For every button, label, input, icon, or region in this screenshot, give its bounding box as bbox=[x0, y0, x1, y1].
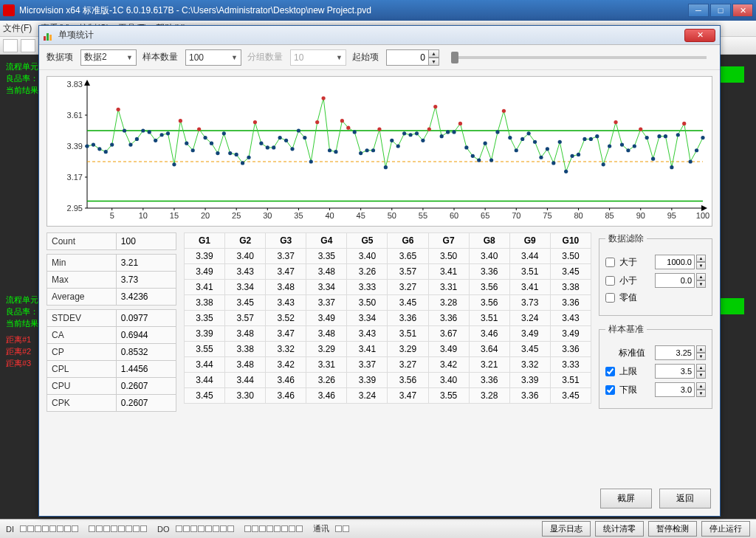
grid-cell: 3.33 bbox=[550, 357, 591, 373]
do-label: DO bbox=[157, 525, 170, 534]
grid-cell: 3.48 bbox=[266, 280, 306, 295]
upper-checkbox[interactable] bbox=[605, 367, 615, 376]
svg-point-118 bbox=[464, 145, 468, 149]
spinner-up-icon[interactable]: ▲ bbox=[696, 382, 706, 390]
legend: 样本基准 bbox=[605, 323, 647, 336]
svg-point-102 bbox=[365, 148, 368, 152]
svg-point-89 bbox=[284, 139, 288, 142]
dialog-close-button[interactable]: ✕ bbox=[684, 29, 715, 42]
svg-point-116 bbox=[452, 130, 456, 134]
svg-point-62 bbox=[117, 108, 120, 111]
col-header: G9 bbox=[509, 233, 550, 249]
grid-cell: 3.37 bbox=[306, 295, 347, 311]
spinner-up-icon[interactable]: ▲ bbox=[696, 255, 706, 262]
spinner-down-icon[interactable]: ▼ bbox=[696, 280, 706, 288]
toolbar-btn-1[interactable] bbox=[3, 39, 18, 52]
spinner-up-icon[interactable]: ▲ bbox=[428, 49, 439, 58]
gt-input[interactable] bbox=[655, 255, 695, 269]
grid-cell: 3.38 bbox=[185, 295, 225, 311]
lower-checkbox[interactable] bbox=[605, 385, 615, 395]
spinner-up-icon[interactable]: ▲ bbox=[696, 273, 706, 280]
svg-point-70 bbox=[166, 131, 170, 135]
stop-run-button[interactable]: 停止运行 bbox=[701, 521, 750, 537]
grid-cell: 3.44 bbox=[185, 373, 225, 388]
zero-checkbox[interactable] bbox=[605, 293, 615, 303]
range-slider[interactable] bbox=[451, 56, 707, 59]
screenshot-button[interactable]: 截屏 bbox=[600, 489, 652, 508]
svg-text:85: 85 bbox=[605, 211, 614, 220]
dialog-title: 单项统计 bbox=[58, 29, 684, 41]
grid-cell: 3.40 bbox=[428, 373, 469, 388]
stats-right: 数据滤除 大于 ▲▼ 小于 ▲▼ 零值 bbox=[599, 232, 712, 497]
grid-cell: 3.39 bbox=[185, 326, 225, 342]
grid-cell: 3.36 bbox=[469, 373, 509, 388]
grid-cell: 3.26 bbox=[347, 264, 388, 280]
di-dots2 bbox=[89, 525, 147, 532]
grid-cell: 3.24 bbox=[347, 388, 388, 404]
svg-point-137 bbox=[583, 137, 586, 141]
svg-point-142 bbox=[614, 120, 617, 124]
maximize-button[interactable]: □ bbox=[710, 4, 731, 17]
cell: Max bbox=[47, 272, 117, 289]
svg-point-130 bbox=[539, 156, 543, 159]
grid-cell: 3.55 bbox=[428, 388, 469, 404]
lt-checkbox[interactable] bbox=[605, 276, 615, 286]
baseline-upper-line: 上限 ▲▼ bbox=[605, 364, 706, 379]
grid-cell: 3.28 bbox=[428, 295, 469, 311]
svg-point-135 bbox=[570, 154, 574, 158]
lower-input[interactable] bbox=[655, 382, 695, 397]
svg-point-68 bbox=[154, 139, 157, 142]
spinner-up-icon[interactable]: ▲ bbox=[696, 345, 706, 353]
start-item-spinner[interactable]: ▲▼ bbox=[386, 49, 439, 66]
grid-cell: 3.51 bbox=[509, 264, 550, 280]
spinner-down-icon[interactable]: ▼ bbox=[428, 58, 439, 66]
sample-count-combo[interactable]: 100▼ bbox=[185, 49, 241, 66]
svg-point-85 bbox=[259, 142, 263, 145]
start-item-input[interactable] bbox=[386, 49, 429, 66]
svg-text:95: 95 bbox=[667, 211, 676, 220]
grid-cell: 3.31 bbox=[306, 357, 347, 373]
svg-text:60: 60 bbox=[450, 211, 458, 220]
toolbar-btn-2[interactable] bbox=[21, 39, 35, 52]
svg-text:35: 35 bbox=[294, 211, 303, 220]
grid-cell: 3.64 bbox=[469, 342, 509, 357]
gt-label: 大于 bbox=[619, 256, 653, 269]
grid-cell: 3.49 bbox=[306, 311, 347, 326]
cell: 1.4456 bbox=[116, 361, 176, 378]
svg-point-104 bbox=[377, 127, 381, 131]
back-button[interactable]: 返回 bbox=[659, 489, 711, 508]
minimize-button[interactable]: ─ bbox=[688, 4, 709, 17]
svg-point-109 bbox=[408, 133, 412, 137]
gt-checkbox[interactable] bbox=[605, 258, 615, 267]
svg-text:5: 5 bbox=[110, 211, 114, 220]
spinner-down-icon[interactable]: ▼ bbox=[696, 390, 706, 397]
std-input[interactable] bbox=[655, 345, 695, 360]
svg-point-131 bbox=[546, 147, 549, 151]
clear-stats-button[interactable]: 统计清零 bbox=[595, 521, 644, 537]
comm-label: 通讯 bbox=[313, 523, 329, 534]
svg-point-80 bbox=[228, 151, 232, 155]
data-item-combo[interactable]: 数据2▼ bbox=[80, 49, 137, 66]
grid-cell: 3.41 bbox=[509, 280, 550, 295]
pause-detect-button[interactable]: 暂停检测 bbox=[648, 521, 697, 537]
svg-point-81 bbox=[235, 153, 238, 156]
svg-point-67 bbox=[148, 130, 151, 134]
show-log-button[interactable]: 显示日志 bbox=[542, 521, 591, 537]
col-header: G6 bbox=[388, 233, 428, 249]
chart: 2.953.173.393.613.8351015202530354045505… bbox=[47, 76, 712, 227]
svg-text:2.95: 2.95 bbox=[67, 204, 83, 213]
upper-input[interactable] bbox=[655, 364, 695, 379]
spinner-up-icon[interactable]: ▲ bbox=[696, 364, 706, 371]
spinner-down-icon[interactable]: ▼ bbox=[696, 371, 706, 379]
main-close-button[interactable]: ✕ bbox=[732, 4, 753, 17]
slider-thumb[interactable] bbox=[451, 52, 458, 63]
menu-file[interactable]: 文件(F) bbox=[3, 22, 32, 35]
lower-label: 下限 bbox=[619, 384, 653, 396]
grid-cell: 3.42 bbox=[428, 357, 469, 373]
lt-input[interactable] bbox=[655, 273, 695, 288]
spinner-down-icon[interactable]: ▼ bbox=[696, 353, 706, 360]
grid-cell: 3.34 bbox=[306, 280, 347, 295]
cell: CPK bbox=[47, 395, 117, 412]
spinner-down-icon[interactable]: ▼ bbox=[696, 262, 706, 269]
svg-point-99 bbox=[346, 126, 350, 130]
